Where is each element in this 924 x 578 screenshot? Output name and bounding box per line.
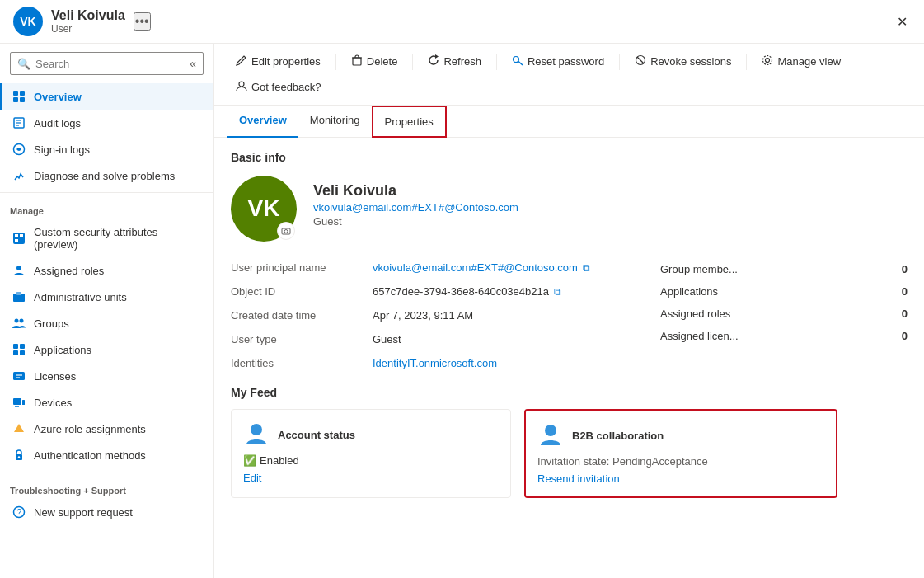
usertype-value: Guest	[373, 333, 401, 345]
stat-row: Assigned licen... 0	[660, 325, 908, 347]
nav-overview[interactable]: Overview	[0, 83, 213, 110]
b2b-title: B2B collaboration	[572, 430, 664, 442]
created-value: Apr 7, 2023, 9:11 AM	[373, 309, 473, 322]
feed-cards: Account status ✅ Enabled Edit	[231, 409, 908, 506]
tab-overview[interactable]: Overview	[227, 106, 298, 138]
refresh-icon	[428, 54, 439, 68]
devices-icon	[12, 396, 26, 409]
close-button[interactable]: ✕	[894, 11, 911, 33]
user-email: vkoivula@email.com#EXT#@Contoso.com	[313, 201, 518, 214]
delete-button[interactable]: Delete	[343, 50, 406, 73]
camera-icon[interactable]	[277, 222, 295, 240]
nav-admin-units[interactable]: Administrative units	[0, 284, 213, 310]
svg-rect-3	[20, 97, 25, 102]
stat-row: Applications 0	[660, 280, 908, 303]
refresh-button[interactable]: Refresh	[420, 50, 490, 73]
search-box[interactable]: 🔍 «	[10, 52, 204, 75]
groups-icon	[12, 317, 26, 330]
svg-rect-23	[13, 372, 25, 380]
stat-row: Group membe... 0	[660, 258, 908, 280]
signin-icon	[12, 143, 26, 156]
properties-grid: User principal name vkoivula@email.com#E…	[231, 258, 644, 373]
nav-devices-label: Devices	[34, 397, 72, 409]
identities-link[interactable]: IdentityIT.onmicrosoft.com	[373, 357, 497, 369]
edit-icon	[236, 54, 247, 68]
prop-value-0: vkoivula@email.com#EXT#@Contoso.com ⧉	[373, 258, 644, 277]
header-more-button[interactable]: •••	[134, 12, 151, 31]
nav-admin-label: Administrative units	[34, 291, 127, 303]
roles-icon	[12, 264, 26, 277]
custom-icon	[12, 232, 26, 245]
support-icon: ?	[12, 505, 26, 519]
manage-view-button[interactable]: Manage view	[753, 50, 849, 73]
user-type-label: Guest	[313, 215, 518, 228]
nav-licenses[interactable]: Licenses	[0, 363, 213, 389]
prop-value-1: 657c7dee-3794-36e8-640c03e4b21a ⧉	[373, 282, 644, 301]
copy-upn-icon[interactable]: ⧉	[583, 262, 590, 274]
svg-marker-29	[14, 424, 24, 432]
revoke-sessions-button[interactable]: Revoke sessions	[626, 50, 739, 73]
feedback-button[interactable]: Got feedback?	[227, 76, 330, 98]
delete-icon	[351, 54, 363, 68]
stat-label: Assigned licen...	[660, 330, 739, 342]
nav-applications[interactable]: Applications	[0, 336, 213, 363]
search-input[interactable]	[35, 58, 185, 70]
header-avatar: VK	[13, 7, 43, 36]
reset-password-button[interactable]: Reset password	[504, 50, 612, 73]
svg-point-42	[763, 56, 772, 65]
b2b-header: B2B collaboration	[537, 422, 824, 449]
nav-signin-logs[interactable]: Sign-in logs	[0, 136, 213, 162]
objectid-value: 657c7dee-3794-36e8-640c03e4b21a	[373, 285, 549, 298]
upn-link[interactable]: vkoivula@email.com#EXT#@Contoso.com	[373, 261, 578, 274]
svg-rect-1	[20, 91, 25, 96]
copy-objectid-icon[interactable]: ⧉	[554, 286, 561, 298]
svg-rect-20	[20, 344, 25, 349]
resend-invitation-link[interactable]: Resend invitation	[537, 472, 824, 485]
nav-custom-security[interactable]: Custom security attributes (preview)	[0, 219, 213, 257]
stats-col: Group membe... 0 Applications 0 Assigned…	[660, 258, 908, 386]
stat-value: 0	[902, 263, 908, 275]
sidebar-divider-2	[0, 472, 213, 472]
sidebar-divider-1	[0, 192, 213, 193]
applications-icon	[12, 343, 26, 356]
tab-monitoring[interactable]: Monitoring	[298, 106, 372, 138]
support-section-label: Troubleshooting + Support	[0, 476, 213, 499]
account-status-card: Account status ✅ Enabled Edit	[231, 409, 511, 498]
edit-account-link[interactable]: Edit	[243, 472, 499, 484]
edit-properties-button[interactable]: Edit properties	[227, 50, 329, 73]
prop-value-2: Apr 7, 2023, 9:11 AM	[373, 306, 644, 325]
svg-point-13	[16, 266, 21, 270]
svg-rect-16	[16, 292, 21, 295]
nav-devices[interactable]: Devices	[0, 389, 213, 416]
svg-marker-36	[435, 54, 439, 59]
nav-new-support[interactable]: ? New support request	[0, 499, 213, 525]
header-title-group: Veli Koivula User	[51, 8, 125, 35]
tabs-bar: Overview Monitoring Properties	[214, 106, 924, 138]
svg-point-47	[545, 425, 556, 436]
nav-overview-label: Overview	[34, 91, 82, 103]
nav-diagnose[interactable]: Diagnose and solve problems	[0, 162, 213, 189]
nav-audit-logs[interactable]: Audit logs	[0, 110, 213, 136]
stat-label: Applications	[660, 285, 718, 298]
toolbar-divider-4	[619, 54, 620, 70]
nav-azure-label: Azure role assignments	[34, 423, 146, 435]
auth-icon	[12, 449, 26, 462]
account-status-icon	[243, 421, 270, 448]
stat-value: 0	[902, 285, 908, 298]
stat-label: Assigned roles	[660, 308, 730, 320]
nav-roles-label: Assigned roles	[34, 265, 104, 277]
tab-properties[interactable]: Properties	[372, 106, 447, 138]
status-check-icon: ✅	[243, 454, 256, 467]
nav-azure-roles[interactable]: Azure role assignments	[0, 416, 213, 442]
nav-groups[interactable]: Groups	[0, 310, 213, 336]
collapse-button[interactable]: «	[190, 57, 196, 70]
stat-label: Group membe...	[660, 263, 738, 275]
nav-auth-methods[interactable]: Authentication methods	[0, 442, 213, 468]
toolbar: Edit properties Delete Refresh	[214, 44, 924, 106]
svg-point-17	[15, 319, 19, 323]
prop-label-4: Identities	[231, 354, 363, 373]
nav-assigned-roles[interactable]: Assigned roles	[0, 257, 213, 284]
svg-point-31	[18, 456, 20, 458]
header-left: VK Veli Koivula User •••	[13, 7, 151, 36]
nav-groups-label: Groups	[34, 317, 69, 330]
